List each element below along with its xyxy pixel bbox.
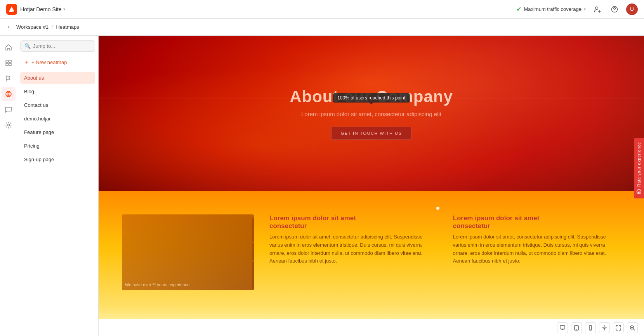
heatmap-container[interactable]: 100% of users reached this point About o…: [99, 36, 644, 336]
toolbar-settings-icon: [602, 325, 607, 331]
logo[interactable]: Hotjar Demo Site ▾: [6, 4, 65, 15]
toolbar-view-3-button[interactable]: [585, 322, 596, 333]
text-col-2-title: Lorem ipsum dolor sit amet consectetur: [453, 214, 621, 230]
toolbar-expand-button[interactable]: [613, 322, 624, 333]
nav-flag-button[interactable]: [2, 71, 16, 85]
sidebar-item-contact-us[interactable]: Contact us: [20, 99, 95, 111]
feedback-inner: Rate your experience: [634, 138, 644, 198]
sidebar-item-feature-page[interactable]: Feature page: [20, 126, 95, 138]
add-user-icon: [594, 6, 601, 13]
user-avatar[interactable]: U: [626, 3, 638, 15]
hotjar-logo-icon: [6, 4, 17, 15]
svg-rect-12: [560, 326, 565, 329]
svg-rect-7: [9, 63, 11, 66]
svg-point-17: [604, 327, 605, 329]
nav-home-button[interactable]: [2, 40, 16, 54]
svg-point-14: [576, 329, 577, 330]
text-col-2: Lorem ipsum dolor sit amet consectetur L…: [453, 214, 621, 265]
sidebar-item-about-us[interactable]: About us: [20, 72, 95, 84]
breadcrumb-separator: /: [52, 24, 53, 30]
svg-point-20: [638, 191, 638, 191]
svg-rect-6: [6, 63, 8, 66]
back-button[interactable]: ←: [6, 23, 13, 31]
home-icon: [5, 44, 12, 51]
tablet-icon: [574, 325, 579, 331]
sidebar-item-pricing[interactable]: Pricing: [20, 140, 95, 152]
search-icon: 🔍: [24, 43, 31, 49]
add-user-button[interactable]: [592, 4, 603, 15]
svg-point-16: [590, 329, 590, 329]
desktop-icon: [560, 325, 565, 331]
heatmap-icon: [5, 91, 12, 97]
sidebar: 🔍 ＋ + New heatmap About us Blog Contact …: [17, 36, 99, 336]
traffic-coverage-badge[interactable]: ✔ Maximum traffic coverage ▾: [516, 5, 586, 13]
toolbar-view-2-button[interactable]: [571, 322, 582, 333]
main-layout: 🔍 ＋ + New heatmap About us Blog Contact …: [0, 36, 644, 336]
breadcrumb-current: Heatmaps: [56, 24, 79, 30]
image-bars: [252, 218, 254, 290]
toolbar-zoom-button[interactable]: [627, 322, 638, 333]
svg-rect-4: [6, 60, 8, 63]
chat-icon: [5, 106, 12, 113]
feedback-label: Rate your experience: [637, 142, 641, 186]
svg-point-11: [7, 124, 9, 126]
lower-content: We have over ** years experience: [122, 214, 621, 290]
image-bar-3: [252, 261, 254, 290]
feedback-panel[interactable]: Rate your experience: [634, 138, 644, 198]
help-icon: [611, 6, 618, 13]
left-nav-icons: [0, 36, 17, 336]
text-col-2-body: Lorem ipsum dolor sit amet, consectetur …: [453, 233, 621, 265]
feedback-smile-icon: [636, 189, 642, 194]
heatmap-page: 100% of users reached this point About o…: [99, 36, 644, 335]
image-bar-2: [252, 243, 254, 260]
svg-point-10: [8, 94, 9, 95]
bottom-toolbar: [99, 319, 644, 336]
image-bar-1: [252, 218, 254, 242]
traffic-chevron-icon: ▾: [584, 7, 586, 11]
site-selector-chevron: ▾: [63, 7, 65, 11]
search-box[interactable]: 🔍: [20, 40, 95, 52]
zoom-icon: [630, 325, 635, 331]
svg-point-19: [637, 190, 641, 194]
nav-heatmap-button[interactable]: [2, 87, 16, 101]
svg-point-1: [595, 7, 598, 9]
toolbar-view-1-button[interactable]: [557, 322, 568, 333]
sidebar-item-blog[interactable]: Blog: [20, 85, 95, 97]
settings-icon: [5, 122, 12, 129]
help-button[interactable]: [609, 4, 620, 15]
text-col-1-body: Lorem ipsum dolor sit amet, consectetur …: [269, 233, 437, 265]
nav-settings-button[interactable]: [2, 118, 16, 132]
hero-section: About our Company Lorem ipsum dolor sit …: [99, 36, 644, 191]
nav-right: ✔ Maximum traffic coverage ▾ U: [516, 3, 638, 15]
toolbar-settings-button[interactable]: [599, 322, 610, 333]
site-selector[interactable]: Hotjar Demo Site ▾: [20, 6, 65, 12]
lower-section: We have over ** years experience: [99, 191, 644, 335]
lower-image: We have over ** years experience: [122, 214, 254, 290]
top-nav: Hotjar Demo Site ▾ ✔ Maximum traffic cov…: [0, 0, 644, 19]
text-col-1-title: Lorem ipsum dolor sit amet consectetur: [269, 214, 437, 230]
breadcrumb-bar: ← Workspace #1 / Heatmaps: [0, 19, 644, 36]
nav-grid-button[interactable]: [2, 56, 16, 70]
search-input[interactable]: [33, 43, 91, 49]
grid-icon: [5, 59, 12, 66]
text-col-1: Lorem ipsum dolor sit amet consectetur L…: [269, 214, 437, 265]
mobile-icon: [588, 325, 593, 331]
hero-cta-button[interactable]: GET IN TOUCH WITH US: [331, 127, 412, 140]
hero-subtitle: Lorem ipsum dolor sit amet, consectetur …: [290, 111, 453, 117]
lower-image-inner: We have over ** years experience: [122, 214, 254, 290]
svg-point-21: [639, 191, 640, 191]
main-content: 100% of users reached this point About o…: [99, 36, 644, 336]
sidebar-item-demo-hotjar[interactable]: demo.hotjar: [20, 113, 95, 125]
nav-chat-button[interactable]: [2, 103, 16, 117]
plus-icon: ＋: [24, 59, 29, 66]
expand-icon: [616, 325, 621, 331]
svg-point-3: [614, 10, 615, 11]
sidebar-item-signup-page[interactable]: Sign-up page: [20, 153, 95, 165]
flag-icon: [5, 75, 12, 82]
new-heatmap-button[interactable]: ＋ + New heatmap: [20, 56, 95, 68]
breadcrumb-workspace[interactable]: Workspace #1: [16, 24, 49, 30]
reach-tooltip: 100% of users reached this point: [333, 93, 410, 103]
svg-rect-5: [9, 60, 11, 63]
check-icon: ✔: [516, 5, 521, 13]
image-caption: We have over ** years experience: [125, 282, 189, 287]
